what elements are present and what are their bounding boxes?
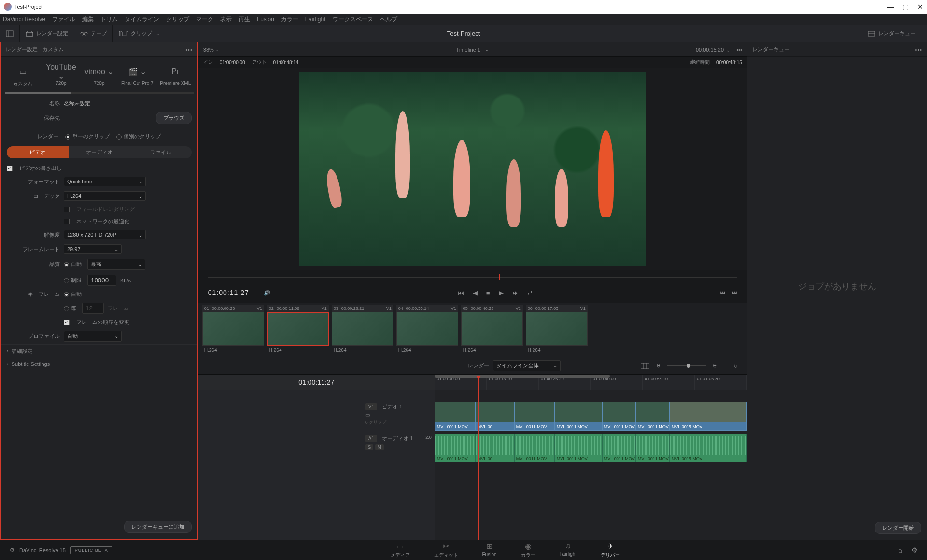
clip-thumb[interactable]: 0100:00:00:23V1H.264: [202, 305, 264, 355]
quality-limit-input[interactable]: [87, 275, 116, 286]
zoom-slider[interactable]: [667, 365, 706, 366]
network-opt-checkbox[interactable]: [64, 219, 70, 224]
timeline-video-clip[interactable]: MVI_0011.MOV: [514, 402, 555, 431]
zoom-out-icon[interactable]: ⊖: [656, 363, 660, 369]
keyframe-every-radio[interactable]: 毎: [64, 305, 76, 312]
quality-auto-radio[interactable]: 自動: [64, 261, 82, 268]
export-video-checkbox[interactable]: [7, 166, 13, 171]
menu-ヘルプ[interactable]: ヘルプ: [380, 15, 397, 24]
menu-トリム[interactable]: トリム: [100, 15, 118, 24]
close-button[interactable]: ✕: [917, 3, 923, 11]
toolbar-render-settings[interactable]: レンダー設定: [20, 25, 74, 42]
page-エディット[interactable]: ✂エディット: [434, 542, 458, 559]
timeline-audio-clip[interactable]: MVI_0011.MOV: [435, 434, 476, 462]
menu-ワークスペース[interactable]: ワークスペース: [333, 15, 373, 24]
timeline-audio-clip[interactable]: MVI_0015.MOV: [670, 434, 747, 462]
format-select[interactable]: QuickTime: [64, 177, 146, 186]
maximize-button[interactable]: ▢: [902, 3, 909, 11]
menu-マーク[interactable]: マーク: [196, 15, 213, 24]
timeline-audio-clip[interactable]: MVI_0011.MOV: [555, 434, 602, 462]
subtitle-settings-expand[interactable]: Subtitle Settings: [1, 358, 197, 370]
music-note-icon[interactable]: ♫: [733, 363, 737, 369]
timeline-audio-clip[interactable]: MVI_00...: [476, 434, 514, 462]
timeline-video-clip[interactable]: MVI_0011.MOV: [435, 402, 476, 431]
advanced-settings-expand[interactable]: 詳細設定: [1, 344, 197, 358]
viewer-scrubber[interactable]: [208, 272, 737, 282]
page-Fairlight[interactable]: ♫Fairlight: [560, 542, 577, 559]
stop-button[interactable]: ■: [486, 289, 490, 296]
clip-thumb[interactable]: 0400:00:33:14V1H.264: [396, 305, 458, 355]
toolbar-tape[interactable]: テープ: [74, 25, 113, 42]
add-to-queue-button[interactable]: レンダーキューに追加: [124, 521, 192, 533]
clip-thumb[interactable]: 0300:00:26:21V1H.264: [332, 305, 393, 355]
panel-menu-icon[interactable]: •••: [185, 47, 193, 53]
toolbar-clip-mode[interactable]: ][▢[クリップ⌄: [113, 25, 166, 42]
timeline-view-icon[interactable]: [641, 363, 649, 369]
menu-編集[interactable]: 編集: [82, 15, 94, 24]
queue-menu-icon[interactable]: •••: [915, 47, 922, 53]
video-track-header[interactable]: V1ビデオ 1 ▭ 6 クリップ: [363, 400, 435, 432]
profile-select[interactable]: 自動: [64, 331, 122, 342]
audio-track-header[interactable]: A1オーディオ 12.0 S M: [363, 432, 435, 463]
jump-prev-button[interactable]: ⏮: [720, 290, 725, 295]
audio-track-lane[interactable]: MVI_0011.MOVMVI_00...MVI_0011.MOVMVI_001…: [435, 432, 747, 463]
preset-カスタム[interactable]: ▭カスタム: [4, 62, 42, 90]
timeline-video-clip[interactable]: MVI_0015.MOV: [670, 402, 747, 431]
render-single-clip-radio[interactable]: 単一のクリップ: [65, 133, 110, 140]
keyframe-auto-radio[interactable]: 自動: [64, 291, 82, 298]
render-individual-clip-radio[interactable]: 個別のクリップ: [116, 133, 161, 140]
codec-select[interactable]: H.264: [64, 191, 146, 201]
page-Fusion[interactable]: ⊞Fusion: [482, 542, 497, 559]
menu-タイムライン[interactable]: タイムライン: [125, 15, 159, 24]
keyframe-every-input[interactable]: [82, 303, 104, 314]
menu-Fusion[interactable]: Fusion: [257, 16, 274, 23]
preset-scrollbar[interactable]: [5, 92, 194, 94]
solo-button[interactable]: S: [365, 444, 374, 450]
menu-ファイル[interactable]: ファイル: [52, 15, 75, 24]
menu-Fairlight[interactable]: Fairlight: [305, 16, 326, 23]
clip-thumb[interactable]: 0500:00:46:25V1H.264: [461, 305, 523, 355]
menu-カラー[interactable]: カラー: [281, 15, 298, 24]
settings-icon[interactable]: ⚙: [911, 546, 917, 555]
timeline-video-clip[interactable]: MVI_00...: [476, 402, 514, 431]
viewer-canvas[interactable]: [198, 68, 747, 270]
menu-DaVinci Resolve[interactable]: DaVinci Resolve: [3, 16, 45, 23]
timeline-audio-clip[interactable]: MVI_0011.MOV: [602, 434, 636, 462]
browse-button[interactable]: ブラウズ: [156, 112, 192, 124]
page-メディア[interactable]: ▭メディア: [391, 542, 410, 559]
first-frame-button[interactable]: ⏮: [458, 289, 464, 296]
jump-next-button[interactable]: ⏭: [732, 290, 737, 295]
mute-button[interactable]: M: [375, 444, 384, 450]
tab-ビデオ[interactable]: ビデオ: [7, 146, 69, 158]
prev-frame-button[interactable]: ◀: [473, 289, 478, 296]
quality-best-select[interactable]: 最高: [87, 259, 145, 270]
video-track-lane[interactable]: MVI_0011.MOVMVI_00...MVI_0011.MOVMVI_001…: [435, 400, 747, 432]
timeline-name[interactable]: Timeline 1: [456, 47, 480, 53]
timeline-audio-clip[interactable]: MVI_0011.MOV: [636, 434, 670, 462]
playhead[interactable]: [478, 376, 479, 540]
resolution-select[interactable]: 1280 x 720 HD 720P: [64, 230, 146, 239]
timeline-scrollbar[interactable]: [435, 375, 610, 378]
toolbar-expand[interactable]: [0, 25, 20, 42]
clip-thumb[interactable]: 0600:00:17:03V1H.264: [526, 305, 588, 355]
minimize-button[interactable]: —: [887, 3, 894, 11]
framerate-select[interactable]: 29.97: [64, 244, 122, 254]
viewer-menu-icon[interactable]: •••: [736, 47, 742, 53]
field-rendering-checkbox[interactable]: [64, 207, 70, 212]
viewer-zoom[interactable]: 38%: [203, 47, 214, 53]
menu-再生[interactable]: 再生: [239, 15, 250, 24]
zoom-in-icon[interactable]: ⊕: [713, 363, 717, 369]
loop-button[interactable]: ⇄: [527, 289, 533, 296]
timeline-video-clip[interactable]: MVI_0011.MOV: [602, 402, 636, 431]
page-デリバー[interactable]: ✈デリバー: [601, 542, 620, 559]
tab-オーディオ[interactable]: オーディオ: [69, 146, 130, 158]
preset-Premiere XML[interactable]: PrPremiere XML: [156, 62, 195, 90]
filename-value[interactable]: 名称未設定: [64, 100, 192, 107]
timeline-video-clip[interactable]: MVI_0011.MOV: [555, 402, 602, 431]
start-render-button[interactable]: レンダー開始: [875, 522, 921, 534]
menu-表示[interactable]: 表示: [220, 15, 232, 24]
preset-720p[interactable]: vimeo ⌄720p: [80, 62, 118, 90]
menu-クリップ[interactable]: クリップ: [166, 15, 189, 24]
preset-720p[interactable]: YouTube ⌄720p: [42, 62, 80, 90]
toolbar-render-queue[interactable]: レンダーキュー: [862, 30, 921, 37]
